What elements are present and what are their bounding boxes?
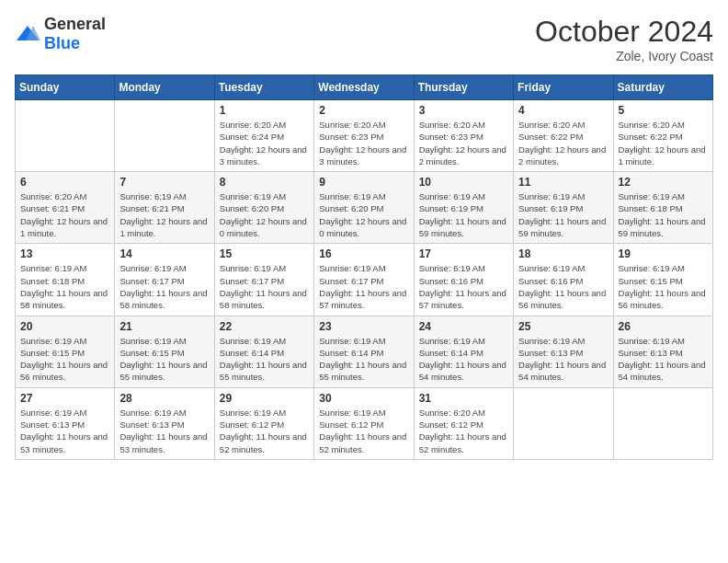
cell-content: Sunrise: 6:19 AM Sunset: 6:18 PM Dayligh… (20, 262, 109, 311)
logo-text: General Blue (44, 15, 106, 53)
day-number: 17 (419, 247, 508, 260)
cell-content: Sunrise: 6:19 AM Sunset: 6:16 PM Dayligh… (419, 262, 508, 311)
calendar-week-row: 20Sunrise: 6:19 AM Sunset: 6:15 PM Dayli… (16, 316, 713, 387)
day-number: 21 (119, 320, 209, 333)
calendar-cell: 18Sunrise: 6:19 AM Sunset: 6:16 PM Dayli… (514, 244, 613, 316)
day-number: 14 (119, 247, 209, 260)
calendar-cell: 26Sunrise: 6:19 AM Sunset: 6:13 PM Dayli… (613, 316, 712, 387)
calendar-cell: 11Sunrise: 6:19 AM Sunset: 6:19 PM Dayli… (514, 172, 613, 244)
calendar-cell: 12Sunrise: 6:19 AM Sunset: 6:18 PM Dayli… (613, 172, 712, 244)
calendar-cell: 16Sunrise: 6:19 AM Sunset: 6:17 PM Dayli… (314, 244, 414, 316)
logo-icon (15, 24, 40, 44)
calendar-cell: 30Sunrise: 6:19 AM Sunset: 6:12 PM Dayli… (314, 387, 414, 459)
cell-content: Sunrise: 6:19 AM Sunset: 6:18 PM Dayligh… (619, 190, 708, 239)
cell-content: Sunrise: 6:20 AM Sunset: 6:22 PM Dayligh… (619, 119, 708, 167)
calendar-cell: 1Sunrise: 6:20 AM Sunset: 6:24 PM Daylig… (214, 100, 313, 172)
calendar-cell: 27Sunrise: 6:19 AM Sunset: 6:13 PM Dayli… (16, 387, 115, 459)
title-block: October 2024 Zole, Ivory Coast (535, 15, 713, 63)
day-number: 28 (119, 392, 209, 405)
day-number: 9 (319, 176, 408, 189)
calendar-cell (514, 387, 613, 459)
cell-content: Sunrise: 6:19 AM Sunset: 6:17 PM Dayligh… (319, 262, 408, 311)
day-number: 25 (518, 320, 608, 333)
calendar-cell: 25Sunrise: 6:19 AM Sunset: 6:13 PM Dayli… (514, 316, 613, 387)
cell-content: Sunrise: 6:19 AM Sunset: 6:14 PM Dayligh… (419, 335, 508, 384)
calendar-cell (16, 100, 115, 172)
day-number: 12 (619, 176, 708, 189)
day-number: 29 (220, 392, 309, 405)
logo: General Blue (15, 15, 106, 53)
calendar-cell: 2Sunrise: 6:20 AM Sunset: 6:23 PM Daylig… (314, 100, 414, 172)
calendar-cell: 3Sunrise: 6:20 AM Sunset: 6:23 PM Daylig… (414, 100, 513, 172)
cell-content: Sunrise: 6:19 AM Sunset: 6:15 PM Dayligh… (119, 335, 209, 384)
logo-blue: Blue (44, 34, 80, 52)
cell-content: Sunrise: 6:19 AM Sunset: 6:12 PM Dayligh… (319, 407, 408, 455)
calendar-cell: 10Sunrise: 6:19 AM Sunset: 6:19 PM Dayli… (414, 172, 513, 244)
calendar-cell: 8Sunrise: 6:19 AM Sunset: 6:20 PM Daylig… (214, 172, 313, 244)
calendar-header-row: SundayMondayTuesdayWednesdayThursdayFrid… (16, 75, 713, 100)
weekday-header-saturday: Saturday (613, 75, 712, 100)
cell-content: Sunrise: 6:20 AM Sunset: 6:22 PM Dayligh… (518, 119, 608, 167)
calendar-cell: 5Sunrise: 6:20 AM Sunset: 6:22 PM Daylig… (613, 100, 712, 172)
cell-content: Sunrise: 6:19 AM Sunset: 6:13 PM Dayligh… (20, 407, 109, 455)
day-number: 27 (20, 392, 109, 405)
calendar-cell: 22Sunrise: 6:19 AM Sunset: 6:14 PM Dayli… (214, 316, 313, 387)
day-number: 6 (20, 176, 109, 189)
day-number: 10 (419, 176, 508, 189)
cell-content: Sunrise: 6:20 AM Sunset: 6:23 PM Dayligh… (419, 119, 508, 167)
cell-content: Sunrise: 6:19 AM Sunset: 6:15 PM Dayligh… (619, 262, 708, 311)
calendar-cell: 21Sunrise: 6:19 AM Sunset: 6:15 PM Dayli… (115, 316, 214, 387)
day-number: 3 (419, 104, 508, 117)
calendar-cell (613, 387, 712, 459)
day-number: 18 (518, 247, 608, 260)
cell-content: Sunrise: 6:19 AM Sunset: 6:20 PM Dayligh… (319, 190, 408, 239)
calendar-week-row: 6Sunrise: 6:20 AM Sunset: 6:21 PM Daylig… (16, 172, 713, 244)
day-number: 13 (20, 247, 109, 260)
calendar-cell: 31Sunrise: 6:20 AM Sunset: 6:12 PM Dayli… (414, 387, 513, 459)
cell-content: Sunrise: 6:19 AM Sunset: 6:14 PM Dayligh… (319, 335, 408, 384)
location-title: Zole, Ivory Coast (535, 49, 713, 63)
calendar-cell: 19Sunrise: 6:19 AM Sunset: 6:15 PM Dayli… (613, 244, 712, 316)
day-number: 15 (220, 247, 309, 260)
calendar-cell: 4Sunrise: 6:20 AM Sunset: 6:22 PM Daylig… (514, 100, 613, 172)
weekday-header-wednesday: Wednesday (314, 75, 414, 100)
day-number: 31 (419, 392, 508, 405)
calendar-cell: 29Sunrise: 6:19 AM Sunset: 6:12 PM Dayli… (214, 387, 313, 459)
cell-content: Sunrise: 6:19 AM Sunset: 6:21 PM Dayligh… (119, 190, 209, 239)
calendar-cell: 9Sunrise: 6:19 AM Sunset: 6:20 PM Daylig… (314, 172, 414, 244)
day-number: 20 (20, 320, 109, 333)
calendar-cell (115, 100, 214, 172)
calendar-cell: 15Sunrise: 6:19 AM Sunset: 6:17 PM Dayli… (214, 244, 313, 316)
cell-content: Sunrise: 6:19 AM Sunset: 6:12 PM Dayligh… (220, 407, 309, 455)
calendar-cell: 7Sunrise: 6:19 AM Sunset: 6:21 PM Daylig… (115, 172, 214, 244)
day-number: 4 (518, 104, 608, 117)
day-number: 19 (619, 247, 708, 260)
day-number: 22 (220, 320, 309, 333)
page-header: General Blue October 2024 Zole, Ivory Co… (15, 15, 713, 63)
calendar-cell: 20Sunrise: 6:19 AM Sunset: 6:15 PM Dayli… (16, 316, 115, 387)
calendar-week-row: 1Sunrise: 6:20 AM Sunset: 6:24 PM Daylig… (16, 100, 713, 172)
cell-content: Sunrise: 6:19 AM Sunset: 6:15 PM Dayligh… (20, 335, 109, 384)
cell-content: Sunrise: 6:19 AM Sunset: 6:17 PM Dayligh… (220, 262, 309, 311)
calendar-week-row: 27Sunrise: 6:19 AM Sunset: 6:13 PM Dayli… (16, 387, 713, 459)
calendar-cell: 17Sunrise: 6:19 AM Sunset: 6:16 PM Dayli… (414, 244, 513, 316)
day-number: 16 (319, 247, 408, 260)
logo-general: General (44, 15, 106, 33)
calendar-body: 1Sunrise: 6:20 AM Sunset: 6:24 PM Daylig… (16, 100, 713, 460)
calendar-table: SundayMondayTuesdayWednesdayThursdayFrid… (15, 75, 713, 460)
day-number: 11 (518, 176, 608, 189)
day-number: 26 (619, 320, 708, 333)
weekday-header-tuesday: Tuesday (214, 75, 313, 100)
day-number: 7 (119, 176, 209, 189)
cell-content: Sunrise: 6:19 AM Sunset: 6:13 PM Dayligh… (518, 335, 608, 384)
cell-content: Sunrise: 6:19 AM Sunset: 6:17 PM Dayligh… (119, 262, 209, 311)
weekday-header-monday: Monday (115, 75, 214, 100)
cell-content: Sunrise: 6:20 AM Sunset: 6:21 PM Dayligh… (20, 190, 109, 239)
cell-content: Sunrise: 6:19 AM Sunset: 6:19 PM Dayligh… (518, 190, 608, 239)
calendar-cell: 24Sunrise: 6:19 AM Sunset: 6:14 PM Dayli… (414, 316, 513, 387)
weekday-header-friday: Friday (514, 75, 613, 100)
cell-content: Sunrise: 6:20 AM Sunset: 6:24 PM Dayligh… (220, 119, 309, 167)
weekday-header-thursday: Thursday (414, 75, 513, 100)
day-number: 23 (319, 320, 408, 333)
calendar-cell: 13Sunrise: 6:19 AM Sunset: 6:18 PM Dayli… (16, 244, 115, 316)
